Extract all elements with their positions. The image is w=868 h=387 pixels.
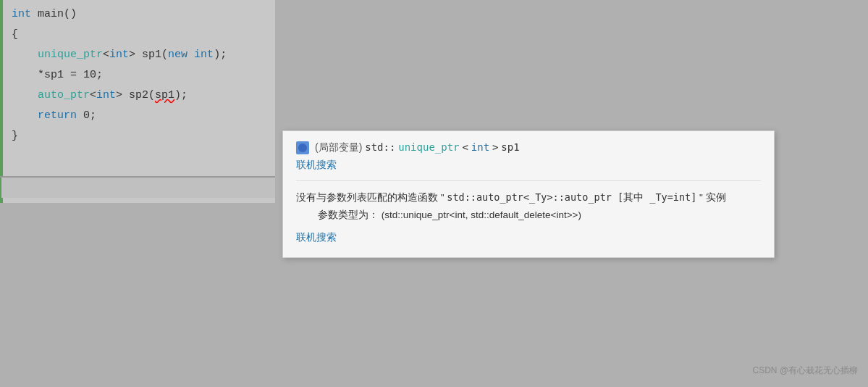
tooltip-type-param: int [471, 141, 489, 153]
online-search-link-1[interactable]: 联机搜索 [296, 159, 761, 172]
tooltip-var-name: sp1 [501, 141, 519, 153]
code-line-7: } [12, 126, 275, 146]
online-search-link-2[interactable]: 联机搜索 [296, 231, 761, 244]
kw-int-3b: int [194, 45, 214, 65]
tooltip-popup: (局部变量) std:: unique_ptr < int > sp1 联机搜索… [282, 130, 775, 258]
code-unique-ptr: unique_ptr [38, 45, 103, 65]
code-angle1: < [103, 45, 109, 65]
kw-new: new [168, 45, 187, 65]
code-close-brace: } [12, 126, 18, 146]
editor-panel: int main() { unique_ptr < int > sp1( new… [0, 0, 275, 203]
error-block: 没有与参数列表匹配的构造函数 " std::auto_ptr<_Ty>::aut… [296, 190, 761, 222]
keyword-int-1: int [12, 4, 31, 25]
error-text-2: " 实例 [699, 192, 726, 203]
code-zero: 0; [77, 106, 96, 126]
tooltip-header: (局部变量) std:: unique_ptr < int > sp1 [296, 141, 761, 154]
cursor-line [0, 178, 275, 198]
code-line-6: return 0; [12, 106, 275, 126]
code-content: int main() { unique_ptr < int > sp1( new… [0, 0, 275, 151]
error-param-types: (std::unique_ptr<int, std::default_delet… [382, 209, 581, 220]
kw-return: return [38, 106, 77, 126]
code-line-2: { [12, 25, 275, 45]
error-code-ref: std::auto_ptr<_Ty>::auto_ptr [其中 _Ty=int… [447, 191, 696, 203]
code-text-1: main() [31, 4, 77, 25]
code-line-1: int main() [12, 4, 275, 25]
tooltip-angle-open: < [462, 141, 468, 153]
local-var-label: (局部变量) [315, 141, 362, 153]
line-indicator [0, 0, 3, 203]
code-end-5: ); [174, 86, 187, 106]
watermark: CSDN @有心栽花无心插柳 [752, 365, 858, 377]
tooltip-title-text: (局部变量) std:: unique_ptr < int > sp1 [315, 141, 520, 154]
variable-icon-inner [298, 143, 307, 152]
code-sp1: > sp1( [129, 45, 168, 65]
tooltip-angle-close: > [492, 141, 498, 153]
kw-int-5: int [96, 86, 116, 106]
indent-3 [12, 45, 38, 65]
code-angle2: < [90, 86, 96, 106]
code-line-3: unique_ptr < int > sp1( new int ); [12, 45, 275, 65]
code-line-4: *sp1 = 10; [12, 65, 275, 86]
tooltip-divider [296, 180, 761, 181]
code-error-span: sp1 [155, 86, 174, 106]
tooltip-type-std: std:: [365, 141, 395, 153]
indent-5 [12, 86, 38, 106]
code-end-3: ); [214, 45, 227, 65]
indent-6 [12, 106, 38, 126]
error-text-1: 没有与参数列表匹配的构造函数 " [296, 192, 444, 203]
code-auto-ptr: auto_ptr [38, 86, 90, 106]
error-param-text: 参数类型为： (std::unique_ptr<int, std::defaul… [318, 207, 761, 223]
tooltip-type-name: unique_ptr [398, 141, 459, 153]
code-space-3 [187, 45, 194, 65]
code-line-5: auto_ptr < int > sp2( sp1 ); [12, 86, 275, 106]
error-main-text: 没有与参数列表匹配的构造函数 " std::auto_ptr<_Ty>::aut… [296, 190, 761, 206]
kw-int-3: int [109, 45, 129, 65]
variable-icon [296, 141, 309, 154]
indent-4 [12, 65, 38, 86]
error-param-label: 参数类型为： [318, 209, 379, 220]
code-deref: *sp1 = 10; [38, 65, 103, 86]
code-text-2: { [12, 25, 18, 45]
code-sp2: > sp2( [116, 86, 155, 106]
